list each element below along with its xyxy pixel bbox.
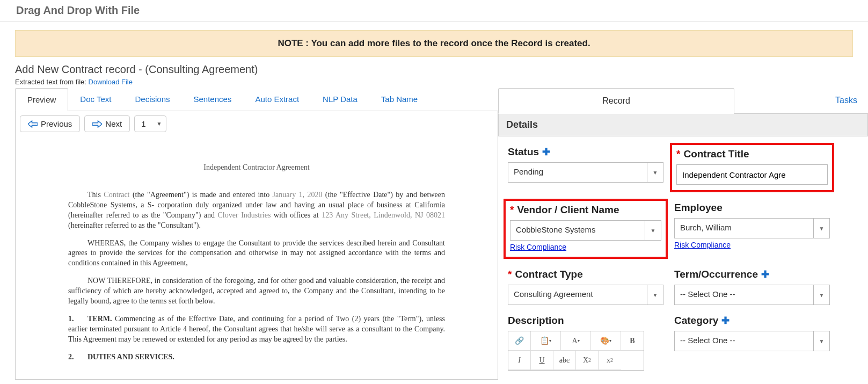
document-numbered-item: 2.DUTIES AND SERVICES. [68, 352, 445, 363]
previous-button[interactable]: Previous [20, 115, 80, 132]
rte-color-icon[interactable]: 🎨 ▾ [591, 331, 621, 351]
tab-tab-name[interactable]: Tab Name [369, 88, 429, 111]
field-status: Status ✚ Pending ▼ [508, 146, 663, 192]
chevron-down-icon: ▼ [814, 285, 830, 305]
vendor-value: CobbleStone Systems [510, 220, 645, 241]
required-marker: * [508, 269, 512, 280]
document-paragraph: NOW THEREFORE, in consideration of the f… [68, 276, 445, 307]
vendor-select[interactable]: CobbleStone Systems ▼ [510, 220, 661, 241]
rte-bold-button[interactable]: B [621, 331, 644, 351]
document-paragraph: WHEREAS, the Company wishes to engage th… [68, 238, 445, 269]
risk-compliance-link[interactable]: Risk Compliance [510, 243, 566, 251]
page-select[interactable]: 1 ▼ [134, 115, 166, 132]
document-numbered-item: 1.TERM. Commencing as of the Effective D… [68, 314, 445, 345]
preview-body: Previous Next 1 ▼ Independent Contractor… [15, 111, 498, 380]
page-number: 1 [141, 119, 145, 128]
tab-sentences[interactable]: Sentences [181, 88, 243, 111]
field-term-occurrence: Term/Occurrence ✚ -- Select One -- ▼ [674, 269, 830, 305]
next-label: Next [105, 119, 122, 128]
rte-paste-icon[interactable]: 📋 ▾ [531, 331, 561, 351]
field-category: Category ✚ -- Select One -- ▼ [674, 315, 830, 371]
tab-record[interactable]: Record [498, 88, 734, 114]
contract-title-input[interactable] [676, 164, 828, 185]
chevron-down-icon: ▼ [645, 220, 661, 241]
tab-auto-extract[interactable]: Auto Extract [243, 88, 311, 111]
rte-font-icon[interactable]: A ▾ [561, 331, 591, 351]
left-tabs: Preview Doc Text Decisions Sentences Aut… [15, 88, 498, 111]
vendor-label: Vendor / Client Name [517, 204, 619, 216]
status-value: Pending [508, 162, 647, 183]
document-preview: Independent Contractor Agreement This Co… [20, 137, 493, 375]
term-select[interactable]: -- Select One -- ▼ [674, 285, 830, 305]
contract-type-label: Contract Type [515, 269, 582, 280]
required-marker: * [676, 148, 680, 160]
term-value: -- Select One -- [674, 285, 814, 305]
field-vendor-client: *Vendor / Client Name CobbleStone System… [504, 199, 668, 259]
pager-row: Previous Next 1 ▼ [20, 115, 493, 132]
field-description: Description 🔗 📋 ▾ A ▾ 🎨 ▾ B I U abc X2 [508, 315, 663, 371]
tab-tasks[interactable]: Tasks [825, 88, 868, 113]
required-marker: * [510, 204, 514, 216]
rte-superscript-button[interactable]: x2 [599, 351, 621, 370]
extracted-prefix: Extracted text from file: [15, 78, 89, 86]
term-label: Term/Occurrence [674, 269, 758, 280]
chevron-down-icon: ▼ [647, 162, 663, 183]
chevron-down-icon: ▼ [814, 331, 830, 351]
employee-value: Burch, William [674, 218, 814, 238]
page-title: Drag And Drop With File [0, 0, 868, 21]
contract-type-value: Consulting Agreement [508, 285, 647, 305]
description-label: Description [508, 315, 564, 327]
category-value: -- Select One -- [674, 331, 814, 351]
chevron-down-icon: ▼ [647, 285, 663, 305]
extracted-text-row: Extracted text from file: Download File [0, 78, 868, 88]
chevron-down-icon: ▼ [157, 121, 162, 127]
document-title: Independent Contractor Agreement [68, 163, 445, 172]
rte-strike-button[interactable]: abc [553, 351, 576, 370]
arrow-left-icon [28, 120, 38, 128]
tab-nlp-data[interactable]: NLP Data [311, 88, 369, 111]
rich-text-toolbar: 🔗 📋 ▾ A ▾ 🎨 ▾ B I U abc X2 x2 [508, 331, 644, 371]
tab-decisions[interactable]: Decisions [123, 88, 181, 111]
download-file-link[interactable]: Download File [89, 78, 133, 86]
status-select[interactable]: Pending ▼ [508, 162, 663, 183]
chevron-down-icon: ▼ [814, 218, 830, 238]
field-contract-title: *Contract Title [670, 143, 834, 192]
note-banner: NOTE : You can add more files to the rec… [15, 30, 853, 57]
plus-icon[interactable]: ✚ [761, 269, 769, 280]
rte-link-icon[interactable]: 🔗 [508, 331, 531, 351]
category-select[interactable]: -- Select One -- ▼ [674, 331, 830, 351]
rte-underline-button[interactable]: U [531, 351, 553, 370]
employee-label: Employee [674, 202, 723, 214]
rte-subscript-button[interactable]: X2 [576, 351, 599, 370]
previous-label: Previous [41, 119, 72, 128]
rte-italic-button[interactable]: I [508, 351, 531, 370]
page-subtitle: Add New Contract record - (Consulting Ag… [0, 63, 868, 78]
employee-select[interactable]: Burch, William ▼ [674, 218, 830, 238]
plus-icon[interactable]: ✚ [721, 315, 730, 327]
field-employee: Employee Burch, William ▼ Risk Complianc… [674, 202, 830, 259]
contract-type-select[interactable]: Consulting Agreement ▼ [508, 285, 663, 305]
category-label: Category [674, 315, 718, 327]
tab-preview[interactable]: Preview [15, 88, 68, 111]
risk-compliance-link[interactable]: Risk Compliance [674, 241, 731, 249]
details-form: Status ✚ Pending ▼ *Contract Title [498, 136, 868, 380]
contract-title-label: Contract Title [683, 148, 749, 160]
status-label: Status [508, 146, 539, 158]
document-paragraph: This Contract (the "Agreement") is made … [68, 190, 445, 231]
plus-icon[interactable]: ✚ [542, 146, 550, 158]
field-contract-type: *Contract Type Consulting Agreement ▼ [508, 269, 663, 305]
right-tabs: Record Tasks [498, 88, 868, 114]
tab-doc-text[interactable]: Doc Text [68, 88, 123, 111]
arrow-right-icon [92, 120, 102, 128]
next-button[interactable]: Next [84, 115, 130, 132]
details-header: Details [498, 114, 868, 136]
